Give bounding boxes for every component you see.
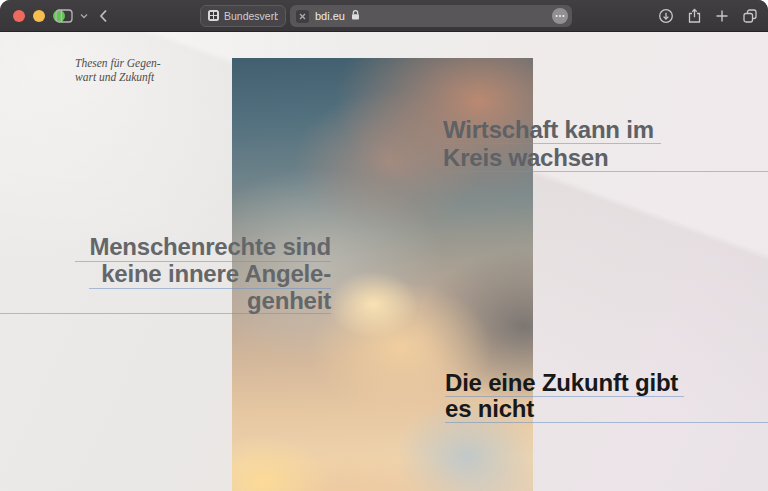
nav-controls bbox=[55, 6, 108, 26]
chevron-down-icon[interactable] bbox=[80, 13, 88, 19]
thesis-line: Wirtschaft kann im bbox=[443, 116, 654, 144]
thesis-line: genheit bbox=[71, 287, 331, 314]
webpage-viewport: Thesen für Gegen- wart und Zukunft Wirts… bbox=[0, 32, 768, 491]
thesis-link-wirtschaft[interactable]: Wirtschaft kann im Kreis wachsen bbox=[443, 116, 654, 172]
thesis-underline bbox=[445, 422, 768, 423]
new-tab-icon[interactable] bbox=[715, 9, 729, 23]
tab-overview-icon[interactable] bbox=[742, 8, 758, 24]
tab-url: bdi.eu bbox=[315, 10, 345, 22]
thesis-line: Menschenrechte sind bbox=[71, 233, 331, 260]
downloads-icon[interactable] bbox=[658, 8, 674, 24]
kicker-line: wart und Zukunft bbox=[75, 71, 161, 85]
safari-window: Bundesverband… bdi.eu bbox=[0, 0, 768, 491]
toolbar-actions bbox=[658, 8, 758, 24]
thesis-line: keine innere Angele- bbox=[71, 260, 331, 287]
window-minimize-button[interactable] bbox=[33, 10, 45, 22]
close-tab-icon[interactable] bbox=[296, 10, 309, 23]
sidebar-icon[interactable] bbox=[55, 9, 73, 23]
tab-bdi-eu-active[interactable]: bdi.eu bbox=[290, 5, 572, 27]
ellipsis-icon[interactable] bbox=[552, 8, 568, 24]
thesis-link-menschenrechte[interactable]: Menschenrechte sind keine innere Angele-… bbox=[71, 233, 331, 314]
tab-title: Bundesverband… bbox=[224, 10, 278, 22]
share-icon[interactable] bbox=[687, 8, 702, 24]
thesis-line: es nicht bbox=[445, 396, 678, 422]
browser-toolbar: Bundesverband… bdi.eu bbox=[0, 0, 768, 32]
back-icon[interactable] bbox=[99, 9, 108, 23]
window-close-button[interactable] bbox=[13, 10, 25, 22]
lock-icon bbox=[351, 9, 360, 23]
kicker-line: Thesen für Gegen- bbox=[75, 57, 161, 71]
bdi-favicon-icon bbox=[208, 10, 219, 23]
thesis-line: Kreis wachsen bbox=[443, 144, 654, 172]
page-kicker: Thesen für Gegen- wart und Zukunft bbox=[75, 57, 161, 84]
thesis-link-zukunft[interactable]: Die eine Zukunft gibt es nicht bbox=[445, 370, 678, 422]
thesis-line: Die eine Zukunft gibt bbox=[445, 370, 678, 396]
tab-bundesverband[interactable]: Bundesverband… bbox=[200, 5, 286, 27]
